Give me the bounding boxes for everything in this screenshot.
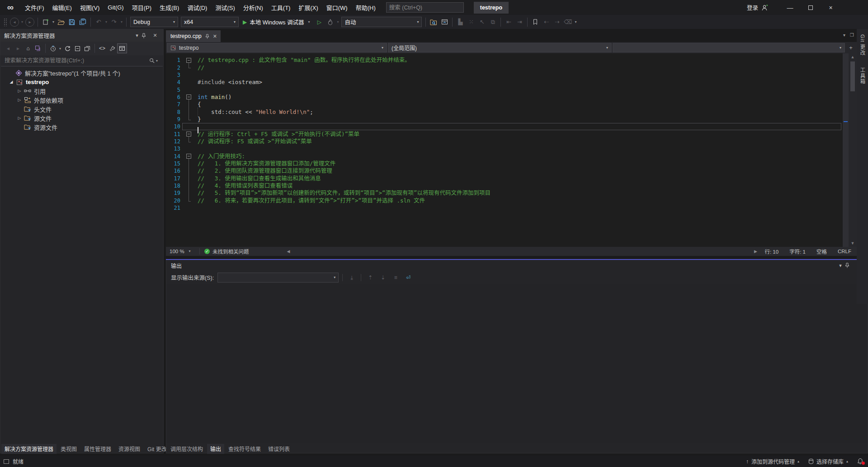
menu-item-5[interactable]: 生成(B)	[156, 0, 183, 15]
output-panel-header[interactable]: 输出 ▾ ✕	[166, 260, 868, 271]
scroll-right-arrow[interactable]: ▶	[752, 249, 759, 254]
navigate-back-button[interactable]: ◂	[10, 18, 19, 27]
code-line-6[interactable]: 6int main()	[166, 94, 843, 101]
tree-item-resource-files[interactable]: 资源文件	[0, 123, 163, 132]
close-button[interactable]: ×	[821, 0, 841, 15]
menu-item-9[interactable]: 工具(T)	[267, 0, 295, 15]
line-chart-button[interactable]: ▙	[455, 17, 466, 28]
start-debugging-button[interactable]: ▶ 本地 Windows 调试器 ▾	[240, 16, 314, 28]
start-without-debugging-button[interactable]: ▷	[314, 17, 325, 28]
code-line-5[interactable]: 5	[166, 86, 843, 93]
tree-item-external-deps[interactable]: ▷外部依赖项	[0, 95, 163, 104]
restore-button[interactable]	[800, 0, 821, 15]
menu-item-4[interactable]: 项目(P)	[128, 0, 156, 15]
menu-item-11[interactable]: 窗口(W)	[322, 0, 352, 15]
scroll-up-arrow[interactable]: ▲	[851, 53, 855, 61]
bottom-dock-tab-3[interactable]: 错误列表	[265, 444, 293, 454]
toggle-bookmark-button[interactable]	[530, 17, 541, 28]
tree-item-source-files[interactable]: ▷源文件	[0, 113, 163, 123]
menu-item-12[interactable]: 帮助(H)	[352, 0, 380, 15]
code-line-16[interactable]: 16// 2. 使用团队资源管理器窗口连接到源代码管理	[166, 167, 843, 175]
increase-indent-button[interactable]: ⇥	[514, 17, 525, 28]
properties-icon[interactable]	[107, 43, 117, 53]
configuration-combo[interactable]: Debug▾	[130, 17, 178, 27]
code-line-21[interactable]: 21	[166, 204, 843, 212]
minimize-button[interactable]: —	[780, 0, 800, 15]
undo-button[interactable]: ↶	[93, 17, 104, 28]
fold-minus-box[interactable]	[186, 154, 191, 159]
code-line-18[interactable]: 18// 4. 使用错误列表窗口查看错误	[166, 182, 843, 189]
scroll-down-arrow[interactable]: ▼	[851, 240, 855, 247]
redo-button[interactable]: ↷	[108, 17, 119, 28]
next-bookmark-button[interactable]: ⇢	[552, 17, 562, 28]
tree-item-solution[interactable]: 解决方案"testrepo"(1 个项目/共 1 个)	[0, 68, 163, 77]
line-indicator[interactable]: 行: 10	[759, 248, 784, 255]
close-panel-icon[interactable]: ✕	[151, 33, 160, 38]
find-in-files-button[interactable]	[428, 17, 439, 28]
panel-splitter[interactable]	[166, 256, 868, 259]
code-line-14[interactable]: 14// 入门使用技巧:	[166, 152, 843, 160]
close-tab-icon[interactable]: ✕	[213, 33, 217, 39]
fold-collapse-icon[interactable]	[182, 130, 196, 137]
code-line-2[interactable]: 2//	[166, 64, 843, 71]
code-line-10[interactable]: 10	[166, 123, 843, 130]
save-all-button[interactable]	[77, 17, 88, 28]
project-scope-combo[interactable]: testrepo ▾	[167, 43, 387, 52]
forward-icon[interactable]: ▸	[13, 43, 23, 53]
tree-item-header-files[interactable]: 头文件	[0, 104, 163, 113]
spaces-indicator[interactable]: 空格	[811, 248, 832, 255]
code-line-1[interactable]: 1// testrepo.cpp : 此文件包含 "main" 函数。程序执行将…	[166, 57, 843, 64]
cursor-button[interactable]: ↖	[476, 17, 487, 28]
window-position-dropdown[interactable]: ▾	[836, 263, 845, 269]
clear-bookmarks-button[interactable]: ⌫	[562, 17, 573, 28]
code-editor[interactable]: 1// testrepo.cpp : 此文件包含 "main" 函数。程序执行将…	[166, 53, 857, 247]
horizontal-scrollbar[interactable]: ◀ ▶	[285, 247, 759, 256]
code-health-indicator[interactable]: ✓ 未找到相关问题	[200, 248, 285, 255]
pin-icon[interactable]	[142, 33, 151, 38]
code-line-7[interactable]: 7{	[166, 101, 843, 108]
bottom-dock-tab-0[interactable]: 调用层次结构	[167, 444, 206, 454]
float-window-icon[interactable]: ❒	[850, 33, 854, 38]
expand-arrow-icon[interactable]: ▷	[16, 116, 23, 120]
code-line-3[interactable]: 3	[166, 71, 843, 79]
navigate-back-dropdown[interactable]: ▾	[20, 20, 24, 24]
code-text-area[interactable]: 1// testrepo.cpp : 此文件包含 "main" 函数。程序执行将…	[166, 53, 843, 247]
solution-explorer-search[interactable]: ▾	[1, 55, 163, 66]
autohide-tab-0[interactable]: Git 更改	[859, 31, 866, 59]
fold-minus-box[interactable]	[186, 58, 191, 63]
left-dock-tab-3[interactable]: 资源视图	[115, 444, 143, 454]
code-line-11[interactable]: 11// 运行程序: Ctrl + F5 或调试 >“开始执行(不调试)”菜单	[166, 130, 843, 137]
preview-selected-items-icon[interactable]	[82, 43, 92, 53]
menu-item-0[interactable]: 文件(F)	[21, 0, 48, 15]
fold-minus-box[interactable]	[186, 94, 191, 99]
scrollbar-track[interactable]	[849, 61, 857, 240]
menu-item-1[interactable]: 编辑(E)	[48, 0, 76, 15]
copy-reference-button[interactable]: ⧉	[487, 17, 498, 28]
window-position-dropdown[interactable]: ▾	[132, 33, 142, 38]
select-dots-button[interactable]: ⁙	[466, 17, 476, 28]
code-line-20[interactable]: 20// 6. 将来，若要再次打开此项目，请转到“文件”>“打开”>“项目”并选…	[166, 197, 843, 204]
toolbar-grip-handle[interactable]	[4, 18, 7, 26]
scroll-left-arrow[interactable]: ◀	[285, 249, 292, 254]
eol-indicator[interactable]: CRLF	[832, 249, 857, 254]
pending-changes-filter-icon[interactable]	[48, 43, 58, 53]
solution-name-badge[interactable]: testrepo	[474, 2, 509, 14]
notifications-button[interactable]	[853, 456, 868, 467]
menu-item-6[interactable]: 调试(D)	[183, 0, 211, 15]
toolbar-overflow-button[interactable]: ▾	[573, 20, 578, 24]
clear-all-icon[interactable]: ≡	[390, 273, 401, 283]
code-line-12[interactable]: 12// 调试程序: F5 或调试 >“开始调试”菜单	[166, 138, 843, 145]
document-well-dropdown[interactable]: ▾	[843, 33, 845, 38]
split-editor-icon[interactable]: +	[846, 44, 856, 51]
open-file-button[interactable]	[56, 17, 66, 28]
vertical-scrollbar[interactable]: ▲ ▼	[849, 53, 857, 247]
code-line-13[interactable]: 13	[166, 145, 843, 152]
column-indicator[interactable]: 字符: 1	[784, 248, 811, 255]
new-project-button[interactable]	[40, 17, 51, 28]
pin-icon[interactable]	[845, 263, 854, 268]
solution-explorer-header[interactable]: 解决方案资源管理器 ▾ ✕	[0, 29, 163, 42]
menu-item-8[interactable]: 分析(N)	[239, 0, 267, 15]
code-line-15[interactable]: 15// 1. 使用解决方案资源管理器窗口添加/管理文件	[166, 160, 843, 167]
bottom-dock-tab-1[interactable]: 输出	[207, 444, 224, 454]
redo-dropdown[interactable]: ▾	[119, 20, 124, 24]
